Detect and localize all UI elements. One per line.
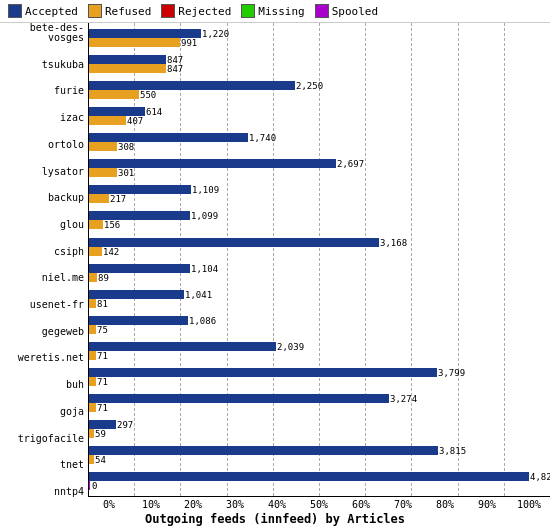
bar-value-accepted-backup: 1,109 bbox=[192, 185, 219, 195]
bar-row-backup: 1,109217 bbox=[89, 181, 550, 207]
bar-row-tsukuba: 847847 bbox=[89, 51, 550, 77]
bar-refused-csiph: 142 bbox=[89, 247, 102, 256]
bar-value-refused-niel.me: 89 bbox=[98, 273, 109, 283]
bar-accepted-ortolo: 1,740 bbox=[89, 133, 248, 142]
bar-value-refused-ortolo: 308 bbox=[118, 142, 134, 152]
bar-refused-backup: 217 bbox=[89, 194, 109, 203]
bar-value-refused-glou: 156 bbox=[104, 220, 120, 230]
bar-refused-tsukuba: 847 bbox=[89, 64, 166, 73]
y-label-goja: goja bbox=[4, 407, 84, 417]
bar-value-refused-gegeweb: 75 bbox=[97, 325, 108, 335]
bar-accepted-backup: 1,109 bbox=[89, 185, 191, 194]
y-label-izac: izac bbox=[4, 113, 84, 123]
bar-row-bete-des-vosges: 1,220991 bbox=[89, 25, 550, 51]
y-label-csiph: csiph bbox=[4, 247, 84, 257]
missing-label: Missing bbox=[258, 5, 304, 18]
bar-accepted-csiph: 3,168 bbox=[89, 238, 379, 247]
bar-value-refused-csiph: 142 bbox=[103, 247, 119, 257]
bar-accepted-weretis.net: 2,039 bbox=[89, 342, 276, 351]
bar-value-accepted-izac: 614 bbox=[146, 107, 162, 117]
bar-value-refused-tnet: 54 bbox=[95, 455, 106, 465]
legend-accepted: Accepted bbox=[8, 4, 78, 18]
bar-refused-buh: 71 bbox=[89, 377, 96, 386]
bar-value-accepted-buh: 3,799 bbox=[438, 368, 465, 378]
y-label-usenet-fr: usenet-fr bbox=[4, 300, 84, 310]
y-label-glou: glou bbox=[4, 220, 84, 230]
bar-refused-furie: 550 bbox=[89, 90, 139, 99]
bar-value-accepted-niel.me: 1,104 bbox=[191, 264, 218, 274]
bar-accepted-tsukuba: 847 bbox=[89, 55, 166, 64]
bar-value-refused-bete-des-vosges: 991 bbox=[181, 38, 197, 48]
bar-refused-lysator: 301 bbox=[89, 168, 117, 177]
y-label-bete-des-vosges: bete-des-vosges bbox=[4, 23, 84, 43]
x-label: 0% bbox=[88, 499, 130, 510]
bar-row-goja: 3,27471 bbox=[89, 390, 550, 416]
legend: Accepted Refused Rejected Missing Spoole… bbox=[0, 0, 550, 23]
bar-value-accepted-lysator: 2,697 bbox=[337, 159, 364, 169]
bar-value-refused-lysator: 301 bbox=[118, 168, 134, 178]
y-label-buh: buh bbox=[4, 380, 84, 390]
legend-missing: Missing bbox=[241, 4, 304, 18]
bar-value-accepted-tnet: 3,815 bbox=[439, 446, 466, 456]
y-label-backup: backup bbox=[4, 193, 84, 203]
bar-value-refused-goja: 71 bbox=[97, 403, 108, 413]
bar-accepted-usenet-fr: 1,041 bbox=[89, 290, 184, 299]
bars-wrapper: 1,2209918478472,2505506144071,7403082,69… bbox=[89, 23, 550, 496]
missing-icon bbox=[241, 4, 255, 18]
bar-refused-nntp4: 0 bbox=[89, 481, 90, 490]
x-label: 80% bbox=[424, 499, 466, 510]
rejected-label: Rejected bbox=[178, 5, 231, 18]
bar-value-accepted-furie: 2,250 bbox=[296, 81, 323, 91]
bar-accepted-nntp4: 4,820,249 bbox=[89, 472, 529, 481]
bar-value-accepted-glou: 1,099 bbox=[191, 211, 218, 221]
bar-refused-glou: 156 bbox=[89, 220, 103, 229]
bar-row-furie: 2,250550 bbox=[89, 77, 550, 103]
bar-row-ortolo: 1,740308 bbox=[89, 129, 550, 155]
x-label: 60% bbox=[340, 499, 382, 510]
bar-accepted-buh: 3,799 bbox=[89, 368, 437, 377]
refused-icon bbox=[88, 4, 102, 18]
y-label-tnet: tnet bbox=[4, 460, 84, 470]
legend-spooled: Spooled bbox=[315, 4, 378, 18]
bar-accepted-goja: 3,274 bbox=[89, 394, 389, 403]
y-label-nntp4: nntp4 bbox=[4, 487, 84, 497]
spooled-icon bbox=[315, 4, 329, 18]
bar-refused-ortolo: 308 bbox=[89, 142, 117, 151]
bar-refused-trigofacile: 59 bbox=[89, 429, 94, 438]
bar-accepted-tnet: 3,815 bbox=[89, 446, 438, 455]
y-label-niel.me: niel.me bbox=[4, 273, 84, 283]
y-label-furie: furie bbox=[4, 86, 84, 96]
bar-row-izac: 614407 bbox=[89, 103, 550, 129]
bar-value-refused-weretis.net: 71 bbox=[97, 351, 108, 361]
bar-refused-bete-des-vosges: 991 bbox=[89, 38, 180, 47]
bar-value-refused-tsukuba: 847 bbox=[167, 64, 183, 74]
bar-accepted-glou: 1,099 bbox=[89, 211, 190, 220]
bar-value-accepted-weretis.net: 2,039 bbox=[277, 342, 304, 352]
accepted-icon bbox=[8, 4, 22, 18]
bar-value-accepted-nntp4: 4,820,249 bbox=[530, 472, 550, 482]
legend-rejected: Rejected bbox=[161, 4, 231, 18]
y-label-ortolo: ortolo bbox=[4, 140, 84, 150]
bar-refused-gegeweb: 75 bbox=[89, 325, 96, 334]
x-label: 40% bbox=[256, 499, 298, 510]
x-label: 50% bbox=[298, 499, 340, 510]
x-label: 20% bbox=[172, 499, 214, 510]
rejected-icon bbox=[161, 4, 175, 18]
bar-accepted-bete-des-vosges: 1,220 bbox=[89, 29, 201, 38]
y-label-weretis.net: weretis.net bbox=[4, 353, 84, 363]
x-axis-labels: 0%10%20%30%40%50%60%70%80%90%100% bbox=[0, 497, 550, 510]
bar-row-tnet: 3,81554 bbox=[89, 442, 550, 468]
bar-value-accepted-trigofacile: 297 bbox=[117, 420, 133, 430]
bar-row-trigofacile: 29759 bbox=[89, 416, 550, 442]
bar-value-refused-furie: 550 bbox=[140, 90, 156, 100]
y-axis-labels: bete-des-vosgestsukubafurieizacortololys… bbox=[0, 23, 88, 497]
bar-row-lysator: 2,697301 bbox=[89, 155, 550, 181]
y-label-tsukuba: tsukuba bbox=[4, 60, 84, 70]
accepted-label: Accepted bbox=[25, 5, 78, 18]
bar-refused-goja: 71 bbox=[89, 403, 96, 412]
bar-value-refused-backup: 217 bbox=[110, 194, 126, 204]
bar-row-niel.me: 1,10489 bbox=[89, 260, 550, 286]
bar-accepted-trigofacile: 297 bbox=[89, 420, 116, 429]
chart-container: Accepted Refused Rejected Missing Spoole… bbox=[0, 0, 550, 530]
bar-row-gegeweb: 1,08675 bbox=[89, 312, 550, 338]
